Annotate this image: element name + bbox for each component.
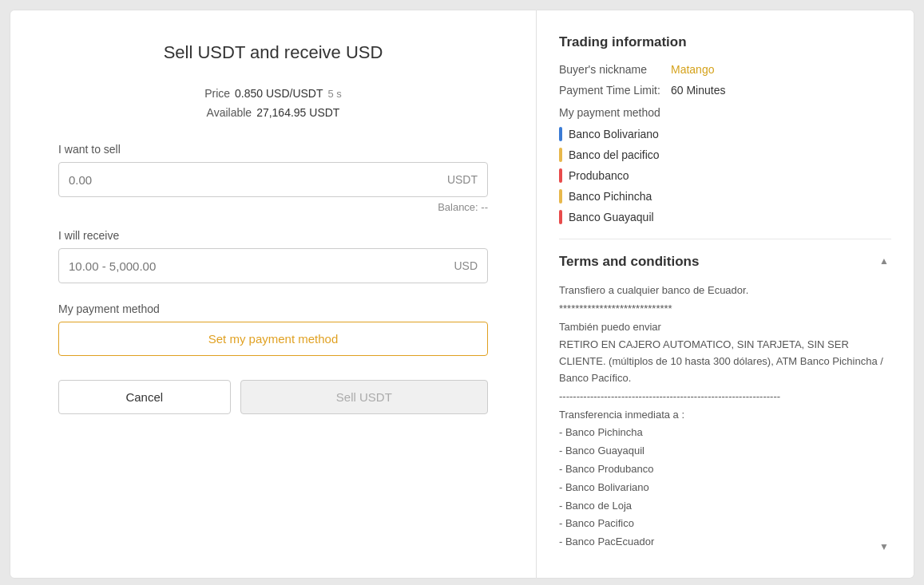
available-value: 27,164.95 USDT bbox=[256, 106, 339, 119]
payment-dot bbox=[559, 148, 562, 162]
left-panel: Sell USDT and receive USD Price 0.850 US… bbox=[10, 10, 537, 579]
payment-dot bbox=[559, 210, 562, 224]
payment-item: Banco Guayaquil bbox=[559, 210, 891, 224]
trading-section-title: Trading information bbox=[559, 34, 891, 50]
time-limit-row: Payment Time Limit: 60 Minutes bbox=[559, 84, 891, 97]
payment-method-section: My payment method Set my payment method bbox=[58, 302, 488, 356]
sell-button[interactable]: Sell USDT bbox=[240, 380, 488, 414]
receive-input-wrapper: USD bbox=[58, 248, 488, 283]
time-limit-label: Payment Time Limit: bbox=[559, 84, 671, 97]
receive-label: I will receive bbox=[58, 229, 488, 242]
available-row: Available 27,164.95 USDT bbox=[58, 106, 488, 119]
form-section: I want to sell USDT Balance: -- I will r… bbox=[58, 143, 488, 414]
payment-item: Banco Pichincha bbox=[559, 189, 891, 204]
buyer-label: Buyer's nickname bbox=[559, 63, 671, 76]
payment-item: Produbanco bbox=[559, 168, 891, 183]
payment-name: Banco del pacifico bbox=[569, 148, 660, 161]
sell-input[interactable] bbox=[69, 173, 447, 187]
payment-item: Banco Bolivariano bbox=[559, 127, 891, 141]
available-label: Available bbox=[207, 106, 252, 119]
price-timer: 5 s bbox=[328, 88, 342, 100]
balance-text: Balance: -- bbox=[58, 201, 488, 213]
price-value: 0.850 USD/USDT bbox=[235, 87, 323, 100]
page-title: Sell USDT and receive USD bbox=[58, 42, 488, 63]
payment-dot bbox=[559, 127, 562, 141]
payment-name: Banco Pichincha bbox=[569, 190, 652, 203]
payment-name: Produbanco bbox=[569, 169, 629, 182]
right-panel: Trading information Buyer's nickname Mat… bbox=[537, 10, 914, 579]
terms-title: Terms and conditions bbox=[559, 254, 891, 270]
payment-methods-list: Banco BolivarianoBanco del pacificoProdu… bbox=[559, 127, 891, 224]
price-row: Price 0.850 USD/USDT 5 s bbox=[58, 87, 488, 100]
sell-unit: USDT bbox=[447, 173, 478, 186]
sell-label: I want to sell bbox=[58, 143, 488, 156]
buyer-name[interactable]: Matango bbox=[671, 63, 714, 76]
payment-method-label: My payment method bbox=[58, 302, 488, 315]
buyer-row: Buyer's nickname Matango bbox=[559, 63, 891, 76]
sell-input-wrapper: USDT bbox=[58, 162, 488, 197]
cancel-button[interactable]: Cancel bbox=[58, 380, 231, 414]
receive-input[interactable] bbox=[69, 259, 454, 273]
receive-unit: USD bbox=[454, 259, 478, 272]
payment-name: Banco Bolivariano bbox=[569, 128, 659, 140]
payment-item: Banco del pacifico bbox=[559, 148, 891, 162]
terms-section: Terms and conditions ▲ Transfiero a cual… bbox=[559, 254, 891, 554]
my-payment-label: My payment method bbox=[559, 106, 891, 119]
payment-dot bbox=[559, 189, 562, 204]
terms-content[interactable]: Transfiero a cualquier banco de Ecuador.… bbox=[559, 283, 891, 554]
time-limit-value: 60 Minutes bbox=[671, 84, 725, 97]
divider bbox=[559, 239, 891, 239]
price-label: Price bbox=[204, 87, 230, 100]
payment-name: Banco Guayaquil bbox=[569, 211, 654, 223]
scroll-down-arrow[interactable]: ▼ bbox=[877, 540, 891, 554]
action-buttons: Cancel Sell USDT bbox=[58, 380, 488, 414]
set-payment-method-button[interactable]: Set my payment method bbox=[58, 322, 488, 356]
scroll-up-arrow[interactable]: ▲ bbox=[877, 254, 891, 268]
payment-dot bbox=[559, 168, 562, 183]
